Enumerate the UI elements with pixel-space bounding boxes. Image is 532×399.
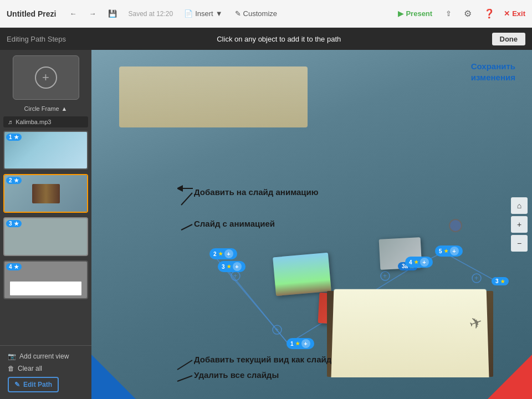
- home-control[interactable]: ⌂: [511, 197, 528, 214]
- done-button[interactable]: Done: [492, 33, 526, 45]
- audio-filename: Kalimba.mp3: [16, 119, 51, 125]
- sidebar-bottom: 📷 Add current view 🗑 Clear all ✎ Edit Pa…: [0, 345, 91, 399]
- canvas-thumb-red: [318, 293, 364, 325]
- save-hint: Сохранить изменения: [471, 61, 515, 83]
- zoom-out-control[interactable]: −: [511, 235, 528, 252]
- edit-path-button[interactable]: ✎ Edit Path: [8, 377, 59, 392]
- insert-button[interactable]: 📄 Insert ▼: [181, 7, 226, 20]
- svg-line-1: [181, 193, 192, 205]
- path-node-3a[interactable]: 3 ★ +: [218, 261, 245, 272]
- path-node-5[interactable]: 5 ★ +: [435, 245, 463, 257]
- arrow-anim-add: [177, 183, 194, 194]
- sidebar: + Circle Frame ▲ ♬ Kalimba.mp3 1 ★ 2 ★: [0, 50, 91, 399]
- exit-button[interactable]: ✕ Exit: [504, 9, 525, 18]
- canvas-thumb-small1: [357, 294, 385, 316]
- deco-triangle-right: [488, 355, 532, 399]
- annotation-clear-all: Удалить все слайды: [194, 370, 279, 380]
- trash-icon: 🗑: [8, 365, 14, 372]
- slide-thumb-2[interactable]: 2 ★: [3, 174, 88, 213]
- audio-bar[interactable]: ♬ Kalimba.mp3: [3, 116, 88, 127]
- svg-line-3: [177, 360, 192, 370]
- svg-text:+: +: [275, 326, 279, 334]
- path-node-3b[interactable]: 3 ★: [492, 277, 509, 285]
- redo-button[interactable]: →: [85, 7, 99, 20]
- main-area: + Circle Frame ▲ ♬ Kalimba.mp3 1 ★ 2 ★: [0, 50, 532, 399]
- add-current-view-action[interactable]: 📷 Add current view: [4, 350, 87, 362]
- path-label: Editing Path Steps: [7, 35, 66, 43]
- customize-button[interactable]: ✎ Customize: [232, 7, 280, 20]
- deco-triangle-left: [91, 355, 136, 399]
- audio-icon: ♬: [8, 119, 12, 125]
- clear-all-action[interactable]: 🗑 Clear all: [4, 362, 87, 375]
- slide-thumb-4[interactable]: 4 ★: [3, 260, 88, 299]
- path-node-2[interactable]: 2 ★ +: [209, 248, 237, 259]
- settings-button[interactable]: ⚙: [461, 6, 475, 21]
- annotation-anim-add: Добавить на слайд анимацию: [194, 187, 319, 197]
- path-node-1[interactable]: 1 ★ +: [287, 338, 314, 349]
- slide-thumb-3[interactable]: 3 ★: [3, 217, 88, 256]
- svg-line-9: [443, 252, 499, 283]
- svg-text:+: +: [474, 274, 478, 282]
- frame-type-selector[interactable]: Circle Frame ▲: [0, 105, 91, 112]
- pencil-icon: ✎: [14, 381, 20, 388]
- svg-text:+: +: [383, 272, 387, 280]
- toolbar: Untitled Prezi ← → 💾 Saved at 12:20 📄 In…: [0, 0, 532, 28]
- svg-line-4: [177, 376, 192, 381]
- annotation-anim-slide: Слайд с анимацией: [194, 219, 275, 228]
- path-node-4[interactable]: 4 ★ +: [405, 257, 433, 268]
- camera-icon: 📷: [8, 352, 16, 360]
- add-frame-button[interactable]: +: [13, 55, 79, 100]
- present-button[interactable]: ▶ Present: [393, 7, 437, 20]
- path-hint: Click on any object to add it to the pat…: [71, 35, 487, 43]
- canvas-circle: [449, 219, 462, 232]
- annotation-add-view: Добавить текущий вид как слайд: [194, 355, 331, 364]
- svg-text:+: +: [233, 272, 237, 280]
- svg-line-2: [181, 224, 192, 230]
- canvas-thumb-sky: [273, 253, 331, 296]
- slide-thumb-1[interactable]: 1 ★: [3, 131, 88, 170]
- saved-text: Saved at 12:20: [128, 10, 173, 18]
- save-button[interactable]: 💾: [105, 7, 120, 20]
- app-title: Untitled Prezi: [7, 9, 56, 18]
- help-button[interactable]: ❓: [480, 6, 498, 21]
- zoom-in-control[interactable]: +: [511, 216, 528, 233]
- circle-frame-icon: +: [35, 66, 57, 89]
- path-editing-bar: Editing Path Steps Click on any object t…: [0, 28, 532, 50]
- zoom-controls: ⌂ + −: [511, 197, 528, 252]
- canvas-area[interactable]: Сохранить изменения Добавить на слайд ан…: [91, 50, 532, 399]
- undo-button[interactable]: ←: [66, 7, 80, 20]
- share-button[interactable]: ⇧: [442, 7, 455, 20]
